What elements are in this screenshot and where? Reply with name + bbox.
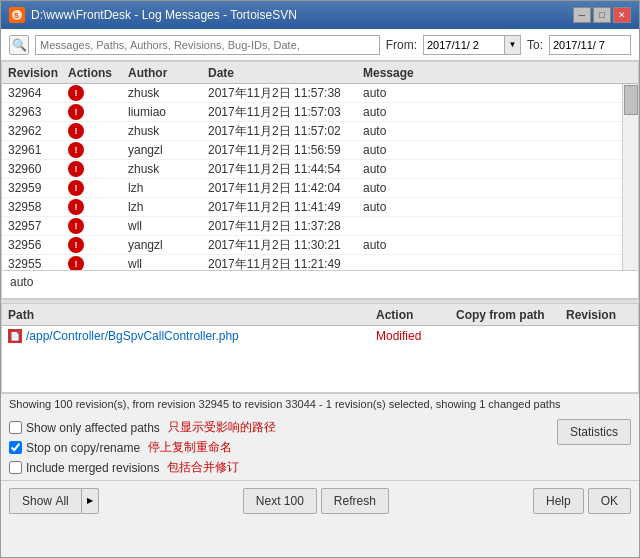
cell-action: Modified [374,329,454,343]
refresh-button[interactable]: Refresh [321,488,389,514]
bottombar: Show All ▶ Next 100 Refresh Help OK [1,480,639,520]
option-label-cn-3: 包括合并修订 [167,459,239,476]
message-text: auto [10,275,33,289]
cell-date: 2017年11月2日 11:42:04 [206,180,361,197]
cell-date: 2017年11月2日 11:57:03 [206,104,361,121]
table-row[interactable]: 32958 ! lzh 2017年11月2日 11:41:49 auto [2,198,638,217]
message-preview: auto [1,271,639,299]
cell-date: 2017年11月2日 11:44:54 [206,161,361,178]
cell-actions: ! [66,142,126,158]
cell-revision: 32957 [6,219,66,233]
cell-revision: 32963 [6,105,66,119]
to-date-input[interactable] [549,35,631,55]
from-date-input[interactable]: ▼ [423,35,521,55]
cell-actions: ! [66,218,126,234]
cell-revision: 32956 [6,238,66,252]
cell-author: liumiao [126,105,206,119]
cell-date: 2017年11月2日 11:57:02 [206,123,361,140]
minimize-button[interactable]: ─ [573,7,591,23]
search-input[interactable] [35,35,380,55]
col-header-date: Date [206,66,361,80]
from-date-dropdown-btn[interactable]: ▼ [504,36,520,54]
close-button[interactable]: ✕ [613,7,631,23]
action-icon: ! [68,256,84,270]
cell-actions: ! [66,199,126,215]
window-title: D:\www\FrontDesk - Log Messages - Tortoi… [31,8,573,22]
cell-message: auto [361,105,634,119]
cell-actions: ! [66,104,126,120]
cell-revision: 32962 [6,124,66,138]
cell-actions: ! [66,161,126,177]
cell-actions: ! [66,180,126,196]
cell-actions: ! [66,256,126,270]
path-file-icon: 📄 [8,329,22,343]
cell-date: 2017年11月2日 11:37:28 [206,218,361,235]
option-row-2: Stop on copy/rename 停上复制重命名 [9,439,511,456]
option-label-cn-2: 停上复制重命名 [148,439,232,456]
cell-revision: 32964 [6,86,66,100]
table-row[interactable]: 32964 ! zhusk 2017年11月2日 11:57:38 auto [2,84,638,103]
col-header-author: Author [126,66,206,80]
show-all-button[interactable]: Show All [9,488,81,514]
statistics-button[interactable]: Statistics [557,419,631,445]
option-row-1: Show only affected paths 只显示受影响的路径 [9,419,511,436]
table-row[interactable]: 32963 ! liumiao 2017年11月2日 11:57:03 auto [2,103,638,122]
action-icon: ! [68,123,84,139]
option-checkbox-1[interactable] [9,421,22,434]
right-buttons: Help OK [533,488,631,514]
table-row[interactable]: 32961 ! yangzl 2017年11月2日 11:56:59 auto [2,141,638,160]
table-row[interactable]: 32960 ! zhusk 2017年11月2日 11:44:54 auto [2,160,638,179]
cell-date: 2017年11月2日 11:56:59 [206,142,361,159]
action-icon: ! [68,180,84,196]
status-text: Showing 100 revision(s), from revision 3… [9,398,561,410]
col-header-message: Message [361,66,634,80]
path-table-header: Path Action Copy from path Revision [2,304,638,326]
cell-revision: 32955 [6,257,66,270]
cell-message: auto [361,200,634,214]
help-button[interactable]: Help [533,488,584,514]
window-controls: ─ □ ✕ [573,7,631,23]
path-row[interactable]: 📄 /app/Controller/BgSpvCallController.ph… [2,326,638,346]
app-icon: S [9,7,25,23]
col-header-actions: Actions [66,66,126,80]
cell-revision: 32959 [6,181,66,195]
pcol-header-action: Action [374,308,454,322]
table-scrollbar[interactable] [622,84,638,270]
cell-date: 2017年11月2日 11:21:49 [206,256,361,271]
option-checkbox-2[interactable] [9,441,22,454]
cell-author: zhusk [126,124,206,138]
path-table-body: 📄 /app/Controller/BgSpvCallController.ph… [2,326,638,346]
table-row[interactable]: 32957 ! wll 2017年11月2日 11:37:28 [2,217,638,236]
searchbar: 🔍 From: ▼ To: [1,29,639,61]
option-checkbox-3[interactable] [9,461,22,474]
table-row[interactable]: 32956 ! yangzl 2017年11月2日 11:30:21 auto [2,236,638,255]
ok-button[interactable]: OK [588,488,631,514]
table-row[interactable]: 32962 ! zhusk 2017年11月2日 11:57:02 auto [2,122,638,141]
show-all-dropdown-btn[interactable]: ▶ [81,488,99,514]
cell-author: lzh [126,200,206,214]
from-date-field[interactable] [424,36,504,54]
cell-date: 2017年11月2日 11:30:21 [206,237,361,254]
cell-actions: ! [66,123,126,139]
main-window: S D:\www\FrontDesk - Log Messages - Tort… [0,0,640,558]
show-label: Show [22,494,52,508]
to-label: To: [527,38,543,52]
cell-date: 2017年11月2日 11:41:49 [206,199,361,216]
maximize-button[interactable]: □ [593,7,611,23]
titlebar: S D:\www\FrontDesk - Log Messages - Tort… [1,1,639,29]
to-date-field[interactable] [550,36,630,54]
next-100-button[interactable]: Next 100 [243,488,317,514]
table-row[interactable]: 32955 ! wll 2017年11月2日 11:21:49 [2,255,638,270]
scrollbar-thumb[interactable] [624,85,638,115]
stats-col: Statistics [519,415,639,480]
cell-date: 2017年11月2日 11:57:38 [206,85,361,102]
cell-revision: 32961 [6,143,66,157]
cell-author: wll [126,219,206,233]
cell-path: 📄 /app/Controller/BgSpvCallController.ph… [6,329,374,343]
pcol-header-path: Path [6,308,374,322]
svg-text:S: S [14,12,19,19]
show-value: All [55,494,68,508]
cell-author: lzh [126,181,206,195]
table-header: Revision Actions Author Date Message [2,62,638,84]
table-row[interactable]: 32959 ! lzh 2017年11月2日 11:42:04 auto [2,179,638,198]
